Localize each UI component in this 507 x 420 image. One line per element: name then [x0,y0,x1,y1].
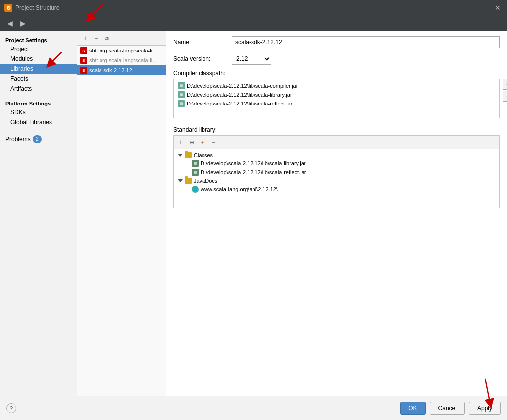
classes-expand-icon [178,154,183,157]
jar-icon-0: ▦ [178,82,185,89]
problems-label: Problems [0,136,31,143]
classes-jar-icon-1: ▦ [192,169,199,176]
name-label: Name: [173,39,228,46]
library-item-label-sbt2: sbt: org.scala-lang:scala-li... [89,57,156,63]
library-item-label-sbt1: sbt: org.scala-lang:scala-li... [89,48,156,53]
forward-button[interactable]: ▶ [17,18,28,29]
main-content: Project Settings Project Modules Librari… [0,31,507,396]
bottom-buttons: OK Cancel Apply [400,402,501,415]
classpath-container: ▦ D:\develop\scala-2.12.12\lib\scala-com… [173,79,500,118]
library-list: S sbt: org.scala-lang:scala-li... S sbt:… [77,46,166,396]
right-detail-panel: Name: Scala version: 2.12 2.13 2.11 Comp… [166,31,507,396]
classes-item-label-1: D:\develop\scala-2.12.12\lib\scala-refle… [201,169,306,175]
name-input[interactable] [232,36,500,48]
std-lib-toolbar: + ⊕ + − [173,135,500,149]
sidebar-item-sdks[interactable]: SDKs [0,107,77,117]
std-lib-add-button[interactable]: + [176,137,186,147]
ok-button[interactable]: OK [400,402,425,415]
scala-icon-sdk: S [80,67,87,74]
classpath-remove-button[interactable]: − [503,91,507,102]
sidebar: Project Settings Project Modules Librari… [0,31,77,396]
name-field-row: Name: [173,36,500,48]
library-item-sbt1[interactable]: S sbt: org.scala-lang:scala-li... [77,46,166,55]
std-lib-add-alt-button[interactable]: ⊕ [187,137,197,147]
app-icon: ⚙ [4,4,12,12]
jar-icon-2: ▦ [178,100,185,107]
classpath-item-label-2: D:\develop\scala-2.12.12\lib\scala-refle… [187,101,292,106]
copy-library-button[interactable]: ⧉ [102,33,112,43]
std-lib-body: Classes ▦ D:\develop\scala-2.12.12\lib\s… [173,149,500,208]
right-panel-inner: Name: Scala version: 2.12 2.13 2.11 Comp… [166,31,507,396]
problems-badge: 2 [33,135,42,143]
classes-label: Classes [194,152,213,158]
javadocs-expand-icon [178,179,183,182]
sidebar-item-global-libraries[interactable]: Global Libraries [0,117,77,127]
classpath-item-1[interactable]: ▦ D:\develop\scala-2.12.12\lib\scala-lib… [176,90,497,99]
close-button[interactable]: ✕ [493,3,503,13]
compiler-classpath-header: Compiler classpath: [173,70,500,77]
library-item-label-scala-sdk: scala-sdk-2.12.12 [89,67,132,73]
scala-version-label: Scala version: [173,55,228,62]
dialog-title: Project Structure [15,4,493,11]
library-item-scala-sdk[interactable]: S scala-sdk-2.12.12 [77,65,166,75]
cancel-button[interactable]: Cancel [430,402,465,415]
problems-section: Problems 2 [0,135,77,143]
tree-javadocs-node[interactable]: JavaDocs [176,177,497,185]
sidebar-item-artifacts[interactable]: Artifacts [0,84,77,94]
remove-library-button[interactable]: − [91,33,101,43]
classes-jar-icon-0: ▦ [192,160,199,167]
javadocs-label: JavaDocs [194,178,217,184]
classpath-item-label-1: D:\develop\scala-2.12.12\lib\scala-libra… [187,92,292,98]
classpath-box-inner: ▦ D:\develop\scala-2.12.12\lib\scala-com… [174,79,499,110]
standard-library-section: Standard library: + ⊕ + − Classes [173,126,500,208]
standard-library-header: Standard library: [173,126,500,133]
std-lib-add-jar-button[interactable]: + [198,137,207,147]
classes-item-label-0: D:\develop\scala-2.12.12\lib\scala-libra… [201,160,306,166]
library-list-panel: + − ⧉ S sbt: org.scala-lang:scala-li... … [77,31,166,396]
back-button[interactable]: ◀ [4,18,15,29]
tree-javadocs-item-0[interactable]: 🌐 www.scala-lang.org\api\2.12.12\ [176,185,497,194]
javadocs-web-icon-0: 🌐 [192,186,199,193]
sidebar-item-libraries[interactable]: Libraries [0,64,77,74]
tree-classes-node[interactable]: Classes [176,151,497,159]
project-structure-dialog: ⚙ Project Structure ✕ ◀ ▶ Project Settin… [0,0,507,420]
compiler-classpath-box: ▦ D:\develop\scala-2.12.12\lib\scala-com… [173,79,500,118]
apply-button[interactable]: Apply [469,402,501,415]
classpath-side-buttons: + − [503,79,507,102]
javadocs-item-label-0: www.scala-lang.org\api\2.12.12\ [201,186,278,192]
scala-icon-sbt1: S [80,47,87,54]
project-settings-label: Project Settings [0,35,77,44]
std-lib-remove-button[interactable]: − [208,137,218,147]
sidebar-item-project[interactable]: Project [0,44,77,54]
problems-item[interactable]: Problems 2 [0,135,77,143]
jar-icon-1: ▦ [178,91,185,98]
tree-classes-item-0[interactable]: ▦ D:\develop\scala-2.12.12\lib\scala-lib… [176,159,497,168]
bottom-bar: ? OK Cancel Apply [0,396,507,420]
classpath-item-0[interactable]: ▦ D:\develop\scala-2.12.12\lib\scala-com… [176,81,497,90]
tree-classes-item-1[interactable]: ▦ D:\develop\scala-2.12.12\lib\scala-ref… [176,168,497,177]
library-item-sbt2[interactable]: S sbt: org.scala-lang:scala-li... [77,55,166,65]
classes-folder-icon [185,152,192,158]
classpath-item-2[interactable]: ▦ D:\develop\scala-2.12.12\lib\scala-ref… [176,99,497,108]
scala-icon-sbt2: S [80,57,87,64]
library-toolbar: + − ⧉ [77,31,166,46]
top-toolbar: ◀ ▶ [0,15,507,31]
add-library-button[interactable]: + [80,33,90,43]
sidebar-item-modules[interactable]: Modules [0,54,77,64]
classpath-item-label-0: D:\develop\scala-2.12.12\lib\scala-compi… [187,83,298,89]
title-bar: ⚙ Project Structure ✕ [0,0,507,15]
sidebar-item-facets[interactable]: Facets [0,74,77,84]
platform-settings-label: Platform Settings [0,99,77,107]
scala-version-select[interactable]: 2.12 2.13 2.11 [232,53,271,65]
scala-version-field-row: Scala version: 2.12 2.13 2.11 [173,53,500,65]
classpath-add-button[interactable]: + [503,79,507,90]
help-button[interactable]: ? [6,403,16,413]
javadocs-folder-icon [185,178,192,184]
